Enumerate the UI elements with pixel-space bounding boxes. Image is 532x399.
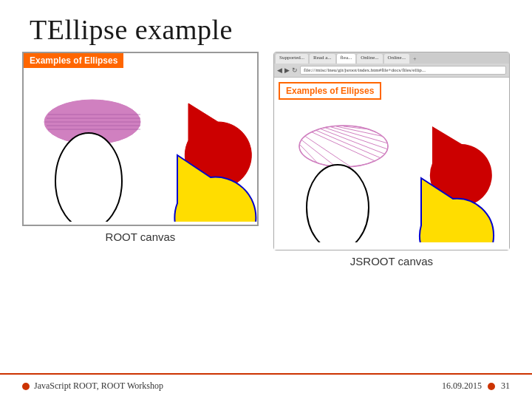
- browser-tab-4[interactable]: Online...: [357, 54, 382, 64]
- browser-tab-3[interactable]: flea...: [337, 54, 356, 64]
- slide-title: TEllipse example: [30, 13, 502, 46]
- jsroot-canvas-label: JSROOT canvas: [350, 255, 433, 267]
- jsroot-canvas-header: Examples of Ellipses: [279, 82, 381, 100]
- forward-button[interactable]: ▶: [284, 66, 290, 74]
- browser-chrome: Supported... Read a... flea... Online...…: [273, 52, 510, 250]
- canvas-row: Examples of Ellipses: [22, 52, 510, 373]
- root-canvas-svg: [24, 74, 257, 222]
- slide: TEllipse example Examples of Ellipses: [0, 0, 532, 399]
- footer: JavaScript ROOT, ROOT Workshop 16.09.201…: [0, 373, 532, 399]
- svg-point-6: [55, 133, 122, 222]
- footer-dot-left: [22, 383, 30, 390]
- title-area: TEllipse example: [0, 0, 532, 52]
- root-canvas-label: ROOT canvas: [106, 231, 176, 243]
- footer-page: 31: [501, 381, 510, 392]
- footer-date: 16.09.2015: [442, 381, 482, 392]
- root-canvas-panel: Examples of Ellipses: [22, 52, 259, 226]
- browser-content: Examples of Ellipses: [274, 78, 509, 250]
- browser-tab-2[interactable]: Read a...: [310, 54, 335, 64]
- browser-tabs: Supported... Read a... flea... Online...…: [274, 52, 509, 64]
- footer-left: JavaScript ROOT, ROOT Workshop: [22, 381, 163, 392]
- address-bar[interactable]: file:///misc/lneu/git/jsroot/index.htm#f…: [300, 66, 506, 75]
- back-button[interactable]: ◀: [277, 66, 282, 74]
- content-area: Examples of Ellipses: [0, 52, 532, 373]
- svg-point-21: [307, 165, 369, 242]
- browser-tab-1[interactable]: Supported...: [276, 54, 308, 64]
- jsroot-canvas-svg: [279, 106, 505, 242]
- reload-button[interactable]: ↻: [292, 66, 298, 74]
- browser-tab-5[interactable]: Online...: [384, 54, 409, 64]
- footer-label: JavaScript ROOT, ROOT Workshop: [34, 381, 163, 392]
- footer-page-dot: [488, 383, 495, 390]
- footer-right: 16.09.2015 31: [442, 381, 510, 392]
- root-canvas-header: Examples of Ellipses: [24, 53, 123, 68]
- jsroot-browser-wrapper: Supported... Read a... flea... Online...…: [273, 52, 510, 250]
- browser-toolbar: ◀ ▶ ↻ file:///misc/lneu/git/jsroot/index…: [274, 64, 509, 78]
- browser-add-tab[interactable]: +: [411, 54, 419, 64]
